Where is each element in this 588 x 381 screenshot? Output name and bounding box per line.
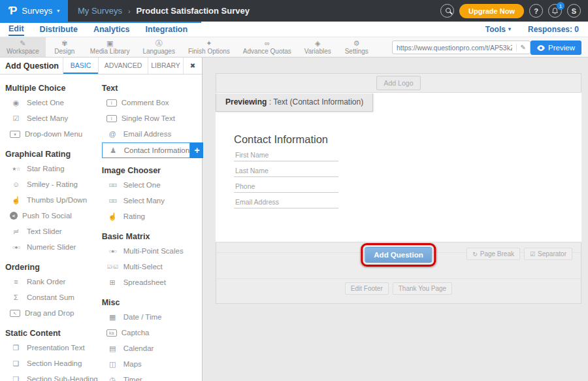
tab-library[interactable]: LIBRARY [148,58,183,74]
calendar-icon: ▤ [106,344,119,353]
toolbar-item-finish-options[interactable]: ✦Finish Options [182,37,237,57]
notifications-button[interactable]: 1 [548,4,562,18]
question-type-presentation-text[interactable]: ❐Presentation Text [5,340,98,356]
add-contact-information-button[interactable]: + [190,142,204,158]
nav-tab-distribute[interactable]: Distribute [40,23,78,35]
section-title-misc: Misc [102,298,206,307]
tools-menu[interactable]: Tools ▾ [485,25,511,34]
question-type-timer[interactable]: ◷Timer [102,372,206,381]
question-type-numeric-slider[interactable]: ○●○Numeric Slider [5,239,98,255]
section-title-text: Text [102,84,206,93]
question-type-label: Text Slider [27,227,62,235]
question-type-calendar[interactable]: ▤Calendar [102,340,206,356]
help-button[interactable]: ? [529,4,543,18]
question-type-push-to-social[interactable]: <Push To Social [5,208,98,224]
survey-url[interactable]: https://www.questionpro.com/t/AP53kZgUI [397,44,512,52]
question-type-maps[interactable]: ◫Maps [102,356,206,372]
breadcrumb-my-surveys[interactable]: My Surveys [78,6,122,16]
question-type-select-one[interactable]: ◉Select One [5,95,98,110]
question-type-rank-order[interactable]: ≡Rank Order [5,274,98,290]
preview-button[interactable]: Preview [531,41,581,55]
question-type-select-many[interactable]: ☑Select Many [5,110,98,126]
toolbar-item-workspace[interactable]: ✎Workspace [0,37,46,57]
workspace-icon: ✎ [20,39,25,48]
toolbar-item-languages[interactable]: ⒶLanguages [136,37,182,57]
question-type-constant-sum[interactable]: ΣConstant Sum [5,290,98,305]
responses-count[interactable]: Responses: 0 [528,25,579,34]
edit-url-icon[interactable]: ✎ [516,44,526,51]
close-icon[interactable]: ✖ [183,58,202,74]
nav-tab-integration[interactable]: Integration [146,23,188,35]
question-type-multi-point-scales[interactable]: ○●○Multi-Point Scales [102,243,206,259]
presentation-text-icon: ❐ [10,344,22,352]
eye-icon [537,45,545,51]
question-type-date-time[interactable]: ▦Date / Time [102,309,206,325]
tab-advanced[interactable]: ADVANCED [98,58,148,74]
question-type-captcha[interactable]: kaCaptcha [102,325,206,340]
question-type-thumbs-up-down[interactable]: ☝Thumbs Up/Down [5,192,98,208]
rank-order-icon: ≡ [10,278,22,286]
toolbar-item-variables[interactable]: ◈Variables [298,37,338,57]
languages-icon: Ⓐ [155,39,163,48]
toolbar-item-label: Variables [304,48,331,55]
question-type-spreadsheet[interactable]: ⊞Spreadsheet [102,274,206,290]
separator-button[interactable]: ☑ Separator [524,248,572,260]
question-type-drop-down-menu[interactable]: ▾Drop-down Menu [5,126,98,142]
question-type-label: Single Row Text [122,114,175,122]
question-type-section-sub-heading[interactable]: ❑Section Sub-Heading [5,371,98,381]
question-type-section-heading[interactable]: ❏Section Heading [5,356,98,371]
nav-tab-analytics[interactable]: Analytics [93,23,130,35]
section-title-ordering: Ordering [5,263,98,272]
add-question-panel: Add Question BASIC ADVANCED LIBRARY ✖ Mu… [0,58,203,381]
panel-column-1: Multiple Choice◉Select One☑Select Many▾D… [5,76,98,381]
add-logo-button[interactable]: Add Logo [376,76,421,90]
contact-information-icon: ♟ [107,146,120,155]
question-type-comment-box[interactable]: IComment Box [102,95,206,110]
question-type-select-many[interactable]: ⊡⊡Select Many [102,193,206,208]
constant-sum-icon: Σ [10,293,22,301]
breadcrumb-current-survey: Product Satisfaction Survey [137,6,250,16]
question-type-label: Multi-Point Scales [123,247,184,255]
account-avatar[interactable]: S [567,4,581,18]
question-type-text-slider[interactable]: ≓Text Slider [5,224,98,239]
toolbar-item-label: Finish Options [188,48,230,55]
question-type-star-rating[interactable]: ★☆Star Rating [5,161,98,176]
previewing-question-type: : Text (Contact Information) [267,97,363,107]
page-break-button[interactable]: ↻ Page Break [466,248,520,260]
product-switcher[interactable]: Ƥ Surveys ▾ [0,0,68,22]
upgrade-now-button[interactable]: Upgrade Now [459,4,524,18]
question-type-email-address[interactable]: @Email Address [102,126,206,142]
select-many-icon: ⊡⊡ [106,198,119,204]
drop-down-menu-icon: ▾ [10,131,20,138]
thank-you-page-button[interactable]: Thank You Page [393,282,452,295]
question-type-label: Spreadsheet [123,278,166,286]
question-type-rating[interactable]: ☝Rating [102,208,206,224]
tab-basic[interactable]: BASIC [63,58,98,74]
question-type-label: Select One [123,181,161,189]
form-field-phone[interactable]: Phone [234,177,338,193]
question-type-single-row-text[interactable]: ISingle Row Text [102,110,206,126]
toolbar-item-media-library[interactable]: ▣Media Library [84,37,137,57]
form-field-first-name[interactable]: First Name [234,146,338,161]
question-type-smiley-rating[interactable]: ☺Smiley - Rating [5,176,98,192]
question-type-select-one[interactable]: ⊡⊡Select One [102,177,206,193]
toolbar-item-settings[interactable]: ⚙Settings [338,37,376,57]
question-type-contact-information[interactable]: ♟Contact Information+ [102,142,204,158]
product-name: Surveys [22,6,52,16]
timer-icon: ◷ [106,376,119,381]
add-question-button[interactable]: Add Question [365,247,432,263]
preview-label: Preview [548,44,575,52]
toolbar-item-advance-quotas[interactable]: ∞Advance Quotas [237,37,298,57]
question-type-multi-select[interactable]: ☑○☑Multi-Select [102,259,206,274]
toolbar-item-design[interactable]: ✾Design [46,37,84,57]
question-type-label: Select Many [27,114,68,122]
edit-footer-button[interactable]: Edit Footer [345,282,389,295]
question-type-drag-and-drop[interactable]: ↖Drag and Drop [5,305,98,321]
nav-tab-edit[interactable]: Edit [8,22,24,36]
survey-url-box[interactable]: https://www.questionpro.com/t/AP53kZgUI … [392,41,531,54]
question-mark-icon: ? [534,7,538,15]
search-button[interactable] [440,4,454,18]
form-field-last-name[interactable]: Last Name [234,161,338,177]
form-field-email-address[interactable]: Email Address [234,193,338,208]
finish-options-icon: ✦ [206,39,212,48]
